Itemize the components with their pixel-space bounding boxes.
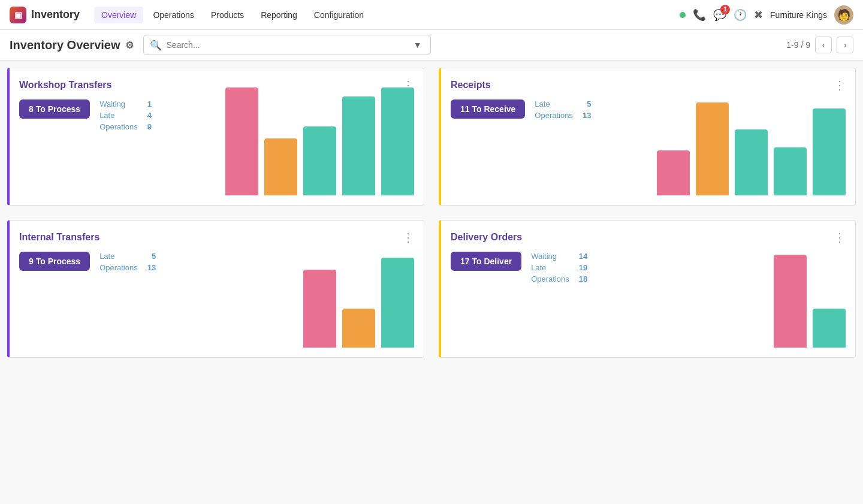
chart-bar [774,255,807,348]
prev-page-button[interactable]: ‹ [815,37,832,53]
card-title[interactable]: Delivery Orders [451,232,522,243]
stat-label: Operations [99,122,138,131]
chart-bar [225,87,258,195]
card-stats: Late5Operations13 [535,99,591,120]
nav-item-overview[interactable]: Overview [94,7,143,23]
stat-label: Late [535,99,550,108]
stat-value: 14 [579,252,587,261]
settings-gear-icon[interactable]: ⚙ [125,40,134,51]
clock-icon[interactable]: 🕐 [734,8,747,22]
chart-bar [381,258,414,348]
card-title[interactable]: Internal Transfers [19,232,99,243]
stat-value: 19 [579,263,587,272]
card-internal-transfers: Internal Transfers⋮9 To ProcessLate5Oper… [7,220,424,358]
card-header: Receipts⋮ [451,78,846,92]
chart-bar [813,309,846,348]
stat-label: Late [99,111,114,120]
next-page-button[interactable]: › [837,37,853,53]
stat-row: Waiting1 [99,99,152,108]
chart-bar [342,96,375,195]
stat-value: 13 [147,263,156,272]
stat-value: 13 [583,111,591,120]
page-title-text: Inventory Overview [10,38,120,52]
card-header: Workshop Transfers⋮ [19,78,414,92]
app-logo[interactable]: ▣ Inventory [10,7,80,23]
card-badge[interactable]: 17 To Deliver [451,252,521,271]
stat-row: Late4 [99,111,152,120]
card-menu-button[interactable]: ⋮ [402,230,414,245]
status-indicator [680,12,686,18]
stat-label: Waiting [531,252,557,261]
card-delivery-orders: Delivery Orders⋮17 To DeliverWaiting14La… [439,220,856,358]
stat-row: Late19 [531,263,587,272]
stat-row: Operations13 [535,111,591,120]
phone-icon[interactable]: 📞 [693,8,706,22]
card-badge[interactable]: 11 To Receive [451,99,525,119]
pagination: 1-9 / 9 ‹ › [786,37,853,53]
pagination-text: 1-9 / 9 [786,40,810,50]
search-bar[interactable]: 🔍 ▼ [143,35,431,55]
search-dropdown-icon[interactable]: ▼ [411,39,424,51]
notification-badge: 1 [720,5,730,14]
chart-bar [303,126,336,195]
card-title[interactable]: Receipts [451,80,491,90]
settings-icon[interactable]: ✖ [754,8,763,22]
user-avatar[interactable]: 🧑 [834,5,853,25]
chat-icon[interactable]: 💬 1 [713,8,726,22]
card-chart [597,252,846,348]
stat-value: 18 [579,274,587,283]
card-title[interactable]: Workshop Transfers [19,80,111,90]
stat-label: Operations [531,274,569,283]
company-name: Furniture Kings [770,10,827,20]
logo-icon: ▣ [10,7,26,23]
card-header: Delivery Orders⋮ [451,230,846,245]
nav-item-operations[interactable]: Operations [146,7,201,23]
card-stats: Late5Operations13 [99,252,156,272]
stat-row: Operations9 [99,122,152,131]
stat-label: Late [99,252,114,261]
chart-bar [657,150,690,195]
inventory-cards-grid: Workshop Transfers⋮8 To ProcessWaiting1L… [0,61,863,365]
card-chart [161,99,414,195]
page-title-block: Inventory Overview ⚙ [10,38,134,52]
stat-row: Operations18 [531,274,587,283]
chart-bar [303,270,336,348]
top-navigation: ▣ Inventory Overview Operations Products… [0,0,863,30]
card-menu-button[interactable]: ⋮ [834,230,846,245]
nav-item-products[interactable]: Products [204,7,251,23]
nav-menu: Overview Operations Products Reporting C… [94,7,680,23]
stat-value: 5 [152,252,156,261]
app-name: Inventory [31,8,80,21]
stat-row: Operations13 [99,263,156,272]
card-badge[interactable]: 8 To Process [19,99,90,119]
search-icon: 🔍 [150,40,162,51]
card-body: 17 To DeliverWaiting14Late19Operations18 [451,252,846,348]
chart-bar [813,108,846,195]
nav-right: 📞 💬 1 🕐 ✖ Furniture Kings 🧑 [680,5,853,25]
card-badge[interactable]: 9 To Process [19,252,90,271]
chart-bar [696,102,729,195]
stat-row: Late5 [99,252,156,261]
stat-label: Waiting [99,99,125,108]
card-stats: Waiting1Late4Operations9 [99,99,152,131]
stat-row: Late5 [535,99,591,108]
stat-row: Waiting14 [531,252,587,261]
chart-bar [264,138,297,195]
subheader: Inventory Overview ⚙ 🔍 ▼ 1-9 / 9 ‹ › [0,30,863,61]
card-menu-button[interactable]: ⋮ [834,78,846,92]
chart-bar [735,129,768,195]
card-header: Internal Transfers⋮ [19,230,414,245]
chart-bar [774,147,807,195]
stat-value: 5 [587,99,591,108]
card-workshop-transfers: Workshop Transfers⋮8 To ProcessWaiting1L… [7,68,424,206]
stat-value: 4 [147,111,152,120]
card-chart [165,252,414,348]
nav-item-configuration[interactable]: Configuration [307,7,371,23]
card-receipts: Receipts⋮11 To ReceiveLate5Operations13 [439,68,856,206]
card-stats: Waiting14Late19Operations18 [531,252,587,283]
card-body: 11 To ReceiveLate5Operations13 [451,99,846,195]
search-input[interactable] [167,40,406,50]
stat-value: 1 [147,99,152,108]
chart-bar [342,309,375,348]
nav-item-reporting[interactable]: Reporting [254,7,304,23]
